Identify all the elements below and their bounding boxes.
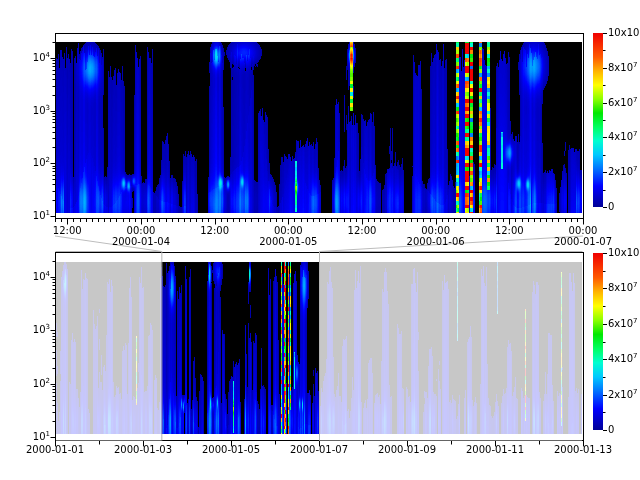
colorbar-tick-label-exponent: 7 — [633, 281, 637, 289]
zoomed-spectrogram-plot — [45, 28, 590, 228]
overview-plot-colorbar — [591, 250, 625, 434]
spectrogram-figure: 10110110210210310310410412:0000:002000-0… — [0, 0, 640, 480]
colorbar-tick-label-exponent: 7 — [633, 130, 637, 138]
colorbar-tick-label-exponent: 7 — [633, 165, 637, 173]
colorbar-tick-label-exponent: 7 — [633, 61, 637, 69]
zoomed-plot-colorbar — [591, 30, 625, 212]
y-tick-label-text: 10 — [33, 52, 46, 63]
y-tick-label-text: 10 — [33, 378, 46, 389]
y-tick-label-text: 10 — [33, 431, 46, 442]
colorbar-tick-label-exponent: 7 — [633, 96, 637, 104]
colorbar-tick-label-exponent: 7 — [633, 388, 637, 396]
colorbar-tick-label-exponent: 7 — [633, 352, 637, 360]
colorbar-tick-label-exponent: 7 — [633, 317, 637, 325]
y-tick-label-text: 10 — [33, 325, 46, 336]
y-tick-label-text: 10 — [33, 105, 46, 116]
y-tick-label-text: 10 — [33, 210, 46, 221]
selected-time-range[interactable] — [161, 251, 319, 441]
y-tick-label-text: 10 — [33, 271, 46, 282]
y-tick-label-text: 10 — [33, 158, 46, 169]
